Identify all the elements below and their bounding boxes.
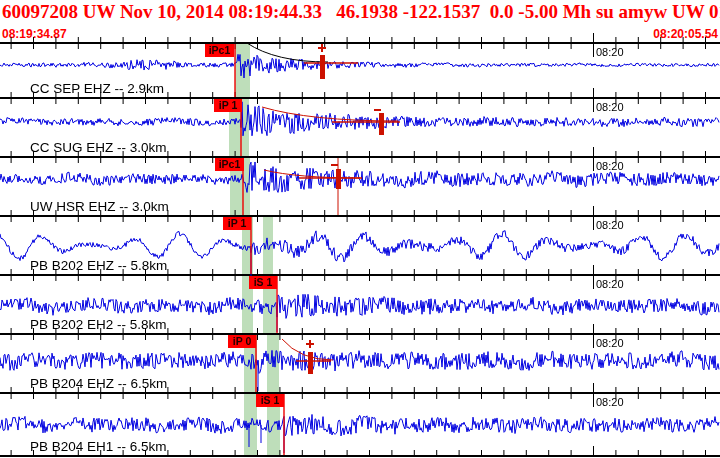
- pick-flag[interactable]: iS 1: [256, 394, 284, 407]
- seismic-review-window: 60097208 UW Nov 10, 2014 08:19:44.33 46.…: [0, 0, 720, 458]
- trace-panel-1[interactable]: iPc1 08:20 CC SEP EHZ -- 2.9km: [0, 42, 720, 97]
- trace-panel-6[interactable]: iP 0 08:20 PB B204 EHZ -- 6.5km: [0, 333, 720, 392]
- time-tick-label: 08:20: [596, 219, 624, 231]
- trace-panel-7[interactable]: iS 1 08:20 PB B204 EH1 -- 6.5km: [0, 392, 720, 455]
- time-tick-label: 08:20: [596, 278, 624, 290]
- pick-flag[interactable]: iPc1: [205, 44, 234, 57]
- trace-panel-2[interactable]: iP 1 08:20 CC SUG EHZ -- 3.0km: [0, 97, 720, 156]
- trace-panel-3[interactable]: iPc1 08:20 UW HSR EHZ -- 3.0km: [0, 156, 720, 215]
- trace-panel-5[interactable]: iS 1 08:20 PB B202 EH2 -- 5.8km: [0, 274, 720, 333]
- pick-flag[interactable]: iP 0: [228, 335, 256, 348]
- time-tick-label: 08:20: [596, 160, 624, 172]
- time-tick-label: 08:20: [596, 46, 624, 58]
- pick-flag[interactable]: iS 1: [249, 276, 277, 289]
- station-label: PB B204 EHZ -- 6.5km: [30, 376, 167, 391]
- time-tick-label: 08:20: [596, 101, 624, 113]
- pick-flag[interactable]: iPc1: [215, 158, 244, 171]
- pick-flag[interactable]: iP 1: [223, 217, 251, 230]
- station-label: UW HSR EHZ -- 3.0km: [30, 199, 169, 214]
- pick-flag[interactable]: iP 1: [214, 99, 242, 112]
- station-label: CC SUG EHZ -- 3.0km: [30, 140, 167, 155]
- trace-panel-4[interactable]: iP 1 08:20 PB B202 EHZ -- 5.8km: [0, 215, 720, 274]
- time-tick-label: 08:20: [596, 337, 624, 349]
- station-label: PB B202 EHZ -- 5.8km: [30, 258, 167, 273]
- time-tick-label: 08:20: [596, 396, 624, 408]
- station-label: CC SEP EHZ -- 2.9km: [30, 81, 164, 96]
- station-label: PB B202 EH2 -- 5.8km: [30, 317, 167, 332]
- station-label: PB B204 EH1 -- 6.5km: [30, 439, 167, 454]
